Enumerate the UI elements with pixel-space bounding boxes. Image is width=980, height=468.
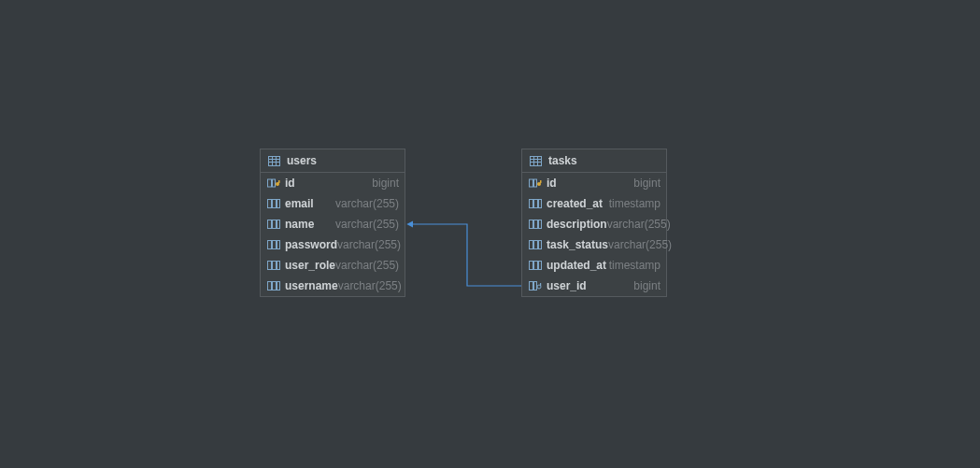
column-name: task_status — [543, 238, 608, 251]
column-row[interactable]: password varchar(255) — [261, 234, 405, 255]
column-row[interactable]: name varchar(255) — [261, 214, 405, 234]
column-row[interactable]: task_status varchar(255) — [522, 234, 666, 255]
column-type: varchar(255) — [335, 218, 399, 231]
svg-rect-40 — [534, 241, 538, 249]
table-users[interactable]: users id bigint emai — [260, 149, 405, 297]
table-title-tasks: tasks — [543, 154, 577, 167]
column-type: varchar(255) — [338, 279, 402, 292]
column-icon — [266, 219, 281, 230]
svg-rect-41 — [539, 241, 542, 249]
svg-rect-33 — [530, 200, 533, 208]
svg-rect-46 — [534, 282, 537, 291]
column-name: email — [281, 197, 335, 210]
column-icon — [528, 239, 543, 250]
column-row[interactable]: email varchar(255) — [261, 193, 405, 214]
column-name: updated_at — [543, 259, 609, 272]
column-type: varchar(255) — [607, 218, 671, 231]
column-row[interactable]: user_id bigint — [522, 276, 666, 296]
svg-rect-10 — [273, 200, 277, 208]
svg-rect-20 — [277, 262, 280, 270]
svg-rect-36 — [530, 220, 533, 229]
svg-rect-43 — [534, 262, 538, 270]
column-row[interactable]: created_at timestamp — [522, 193, 666, 214]
svg-rect-23 — [277, 282, 280, 291]
table-header-tasks[interactable]: tasks — [522, 149, 666, 173]
pk-icon — [528, 177, 543, 189]
svg-rect-11 — [277, 200, 280, 208]
column-type: varchar(255) — [337, 238, 401, 251]
column-icon — [266, 239, 281, 250]
column-name: username — [281, 279, 338, 292]
svg-rect-5 — [268, 179, 272, 187]
column-icon — [528, 260, 543, 271]
svg-rect-42 — [530, 262, 533, 270]
svg-rect-44 — [539, 262, 542, 270]
column-name: password — [281, 238, 337, 251]
svg-rect-24 — [530, 156, 541, 165]
column-row[interactable]: user_role varchar(255) — [261, 255, 405, 276]
svg-rect-29 — [530, 179, 533, 187]
er-diagram-canvas[interactable]: users id bigint emai — [0, 0, 980, 468]
svg-rect-9 — [268, 200, 272, 208]
svg-rect-48 — [540, 283, 541, 286]
column-icon — [266, 260, 281, 271]
svg-rect-14 — [277, 220, 280, 229]
svg-rect-32 — [540, 180, 542, 183]
column-type: timestamp — [609, 259, 660, 272]
column-type: varchar(255) — [608, 238, 672, 251]
table-tasks[interactable]: tasks id bigint crea — [521, 149, 667, 297]
svg-rect-16 — [273, 241, 277, 249]
svg-rect-8 — [278, 180, 280, 183]
svg-rect-22 — [273, 282, 277, 291]
svg-rect-6 — [273, 179, 276, 187]
column-row[interactable]: updated_at timestamp — [522, 255, 666, 276]
column-name: description — [543, 218, 607, 231]
column-icon — [528, 198, 543, 209]
column-type: bigint — [633, 177, 660, 190]
pk-icon — [266, 177, 281, 189]
svg-rect-18 — [268, 262, 272, 270]
svg-rect-15 — [268, 241, 272, 249]
column-type: bigint — [633, 279, 660, 292]
svg-rect-21 — [268, 282, 272, 291]
table-icon — [266, 156, 281, 166]
column-type: varchar(255) — [335, 259, 399, 272]
relation-arrow — [0, 0, 980, 468]
svg-rect-0 — [268, 156, 279, 165]
column-name: id — [281, 177, 372, 190]
column-icon — [266, 198, 281, 209]
column-name: id — [543, 177, 633, 190]
column-icon — [528, 219, 543, 230]
svg-rect-19 — [273, 262, 277, 270]
svg-rect-37 — [534, 220, 538, 229]
table-title-users: users — [281, 154, 317, 167]
column-row[interactable]: username varchar(255) — [261, 276, 405, 296]
table-header-users[interactable]: users — [261, 149, 405, 173]
column-name: user_role — [281, 259, 335, 272]
svg-rect-30 — [534, 179, 537, 187]
column-icon — [266, 280, 281, 291]
column-row[interactable]: id bigint — [261, 173, 405, 193]
svg-rect-39 — [530, 241, 533, 249]
column-type: timestamp — [609, 197, 660, 210]
fk-icon — [528, 280, 543, 291]
column-type: varchar(255) — [335, 197, 399, 210]
column-name: name — [281, 218, 335, 231]
svg-rect-45 — [530, 282, 533, 291]
svg-rect-34 — [534, 200, 538, 208]
column-name: created_at — [543, 197, 609, 210]
svg-rect-17 — [277, 241, 280, 249]
column-row[interactable]: id bigint — [522, 173, 666, 193]
svg-rect-12 — [268, 220, 272, 229]
column-name: user_id — [543, 279, 633, 292]
svg-rect-35 — [539, 200, 542, 208]
column-row[interactable]: description varchar(255) — [522, 214, 666, 234]
svg-rect-38 — [539, 220, 542, 229]
column-type: bigint — [372, 177, 399, 190]
svg-rect-13 — [273, 220, 277, 229]
table-icon — [528, 156, 543, 166]
